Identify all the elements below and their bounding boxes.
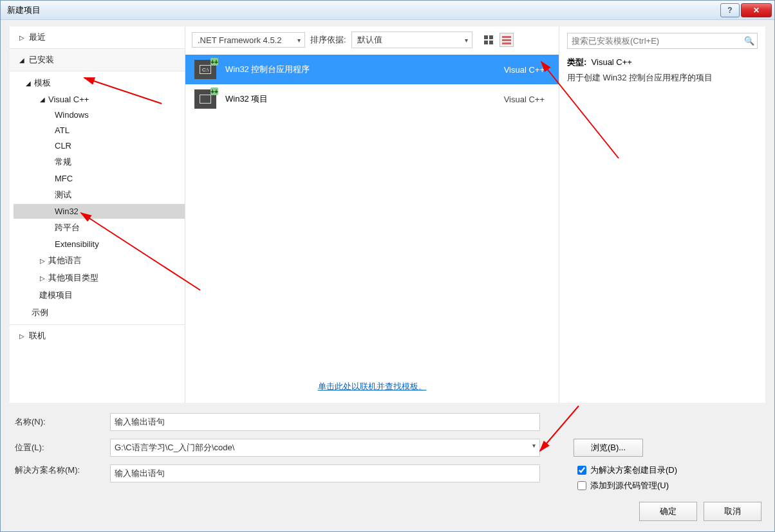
sidebar-label-online: 联机: [29, 330, 46, 342]
source-control-checkbox[interactable]: 添加到源代码管理(U): [577, 480, 677, 491]
chevron-right-icon: ▷: [19, 34, 25, 41]
checkbox-label: 添加到源代码管理(U): [590, 480, 669, 491]
tree-label: Win32: [55, 206, 79, 216]
online-search-link[interactable]: 单击此处以联机并查找模板。: [318, 381, 427, 391]
svg-rect-4: [502, 36, 511, 38]
window-title: 新建项目: [7, 5, 41, 16]
tree-item-samples[interactable]: 示例: [14, 304, 185, 321]
location-label: 位置(L):: [12, 442, 102, 454]
template-lang: Visual C++: [479, 95, 550, 104]
console-app-icon: C:\++: [194, 60, 216, 79]
name-input[interactable]: 输入输出语句: [110, 413, 540, 431]
tree-label: 模板: [34, 77, 51, 89]
template-toolbar: .NET Framework 4.5.2 排序依据: 默认值: [185, 26, 559, 55]
chevron-down-icon: ◢: [25, 80, 32, 87]
template-name: Win32 控制台应用程序: [225, 64, 470, 75]
tree-item-windows[interactable]: Windows: [14, 107, 185, 122]
search-box[interactable]: 🔍: [567, 33, 758, 49]
title-bar[interactable]: 新建项目 ? ✕: [1, 1, 774, 20]
framework-value: .NET Framework 4.5.2: [198, 35, 282, 45]
sort-dropdown[interactable]: 默认值: [351, 32, 472, 48]
solution-name-input[interactable]: 输入输出语句: [110, 464, 540, 482]
project-form: 名称(N): 输入输出语句 位置(L): G:\C语言学习\C_入门部分\cod…: [10, 408, 765, 525]
tree-label: Extensibility: [55, 239, 99, 249]
template-list: C:\++ Win32 控制台应用程序 Visual C++ ++ Win32 …: [185, 55, 559, 373]
sort-value: 默认值: [357, 34, 382, 46]
tree-label: 建模项目: [39, 289, 73, 301]
template-lang: Visual C++: [479, 65, 550, 75]
view-list[interactable]: [500, 33, 514, 47]
checkbox-input[interactable]: [577, 466, 586, 475]
help-button[interactable]: ?: [720, 3, 740, 17]
tree-label: ATL: [55, 125, 70, 135]
tree-item-modeling[interactable]: 建模项目: [14, 287, 185, 304]
ok-button[interactable]: 确定: [639, 502, 697, 521]
description-panel: 🔍 类型: Visual C++ 用于创建 Win32 控制台应用程序的项目: [559, 26, 765, 403]
template-tree: ◢ 模板 ◢ Visual C++ Windows ATL CLR 常规 MFC…: [10, 71, 185, 324]
tree-label: MFC: [55, 174, 73, 183]
location-input[interactable]: G:\C语言学习\C_入门部分\code\: [110, 439, 540, 457]
search-input[interactable]: [568, 33, 742, 48]
close-button[interactable]: ✕: [741, 3, 772, 17]
search-icon[interactable]: 🔍: [742, 36, 757, 46]
tree-item-vcpp[interactable]: ◢ Visual C++: [14, 92, 185, 107]
checkbox-label: 为解决方案创建目录(D): [590, 464, 677, 476]
tree-label: 常规: [55, 156, 71, 168]
chevron-down-icon: ◢: [19, 57, 25, 64]
description-body: 用于创建 Win32 控制台应用程序的项目: [567, 72, 758, 84]
tree-item-test[interactable]: 测试: [14, 187, 185, 203]
chevron-down-icon: ◢: [39, 96, 46, 103]
chevron-right-icon: ▷: [39, 257, 46, 264]
framework-dropdown[interactable]: .NET Framework 4.5.2: [192, 32, 305, 48]
type-value: Visual C++: [592, 57, 632, 67]
tree-label: 其他语言: [48, 255, 82, 266]
svg-rect-5: [502, 39, 511, 41]
tree-item-other-proj[interactable]: ▷其他项目类型: [14, 270, 185, 286]
view-small-icons[interactable]: [481, 33, 496, 47]
sidebar-section-online[interactable]: ▷ 联机: [10, 324, 185, 347]
tree-item-templates[interactable]: ◢ 模板: [14, 75, 185, 91]
tree-item-clr[interactable]: CLR: [14, 138, 185, 153]
create-directory-checkbox[interactable]: 为解决方案创建目录(D): [577, 464, 677, 476]
tree-item-other-lang[interactable]: ▷其他语言: [14, 252, 185, 269]
sidebar-section-installed[interactable]: ◢ 已安装: [10, 49, 185, 71]
svg-rect-6: [502, 42, 511, 44]
template-row-project[interactable]: ++ Win32 项目 Visual C++: [185, 84, 559, 114]
template-name: Win32 项目: [225, 93, 470, 105]
checkbox-input[interactable]: [577, 481, 586, 490]
tree-item-win32[interactable]: Win32: [14, 204, 185, 219]
sidebar-label-installed: 已安装: [29, 54, 54, 66]
chevron-right-icon: ▷: [19, 333, 25, 340]
tree-item-crossplatform[interactable]: 跨平台: [14, 219, 185, 236]
tree-item-atl[interactable]: ATL: [14, 123, 185, 138]
sidebar-section-recent[interactable]: ▷ 最近: [10, 26, 185, 49]
tree-label: Visual C++: [48, 95, 89, 104]
tree-item-extensibility[interactable]: Extensibility: [14, 237, 185, 252]
tree-item-mfc[interactable]: MFC: [14, 171, 185, 186]
new-project-dialog: 新建项目 ? ✕ ▷ 最近 ◢ 已安装 ◢ 模板: [0, 0, 775, 532]
name-label: 名称(N):: [12, 416, 102, 428]
tree-item-general[interactable]: 常规: [14, 154, 185, 170]
template-panel: .NET Framework 4.5.2 排序依据: 默认值: [185, 26, 559, 403]
tree-label: 跨平台: [55, 222, 80, 234]
cancel-button[interactable]: 取消: [704, 502, 761, 521]
svg-rect-2: [484, 41, 488, 44]
description-type: 类型: Visual C++: [567, 57, 758, 68]
solution-name-label: 解决方案名称(M):: [12, 464, 102, 476]
tree-label: 示例: [32, 307, 48, 318]
grid-icon: [484, 35, 493, 44]
svg-rect-0: [484, 35, 488, 39]
tree-label: Windows: [55, 110, 89, 120]
svg-rect-3: [489, 41, 493, 44]
dialog-content: ▷ 最近 ◢ 已安装 ◢ 模板 ◢ Visual C++ Win: [1, 20, 774, 531]
online-search-link-area: 单击此处以联机并查找模板。: [185, 373, 559, 403]
tree-label: CLR: [55, 141, 71, 151]
tree-label: 其他项目类型: [48, 272, 98, 284]
sort-label: 排序依据:: [310, 34, 346, 46]
type-label: 类型:: [567, 57, 586, 67]
list-icon: [502, 35, 511, 44]
svg-rect-1: [489, 35, 493, 39]
template-row-console[interactable]: C:\++ Win32 控制台应用程序 Visual C++: [185, 55, 559, 84]
browse-button[interactable]: 浏览(B)...: [574, 439, 643, 457]
category-sidebar: ▷ 最近 ◢ 已安装 ◢ 模板 ◢ Visual C++ Win: [10, 26, 185, 403]
